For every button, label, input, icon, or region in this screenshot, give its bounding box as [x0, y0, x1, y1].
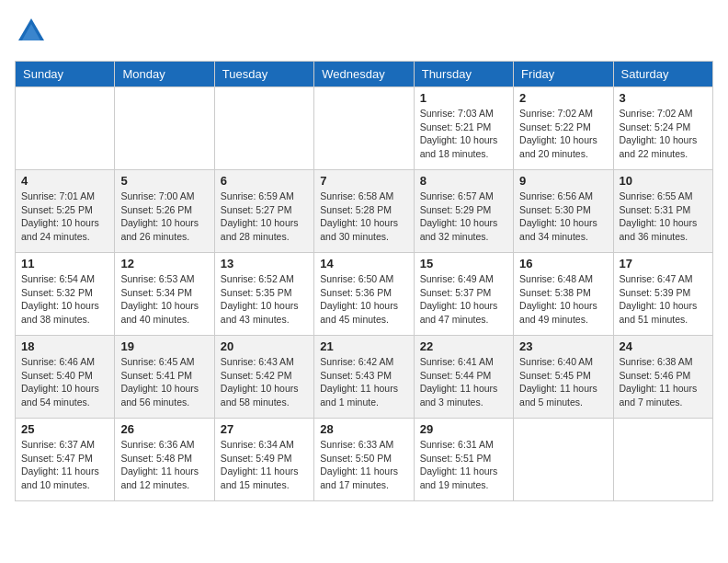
day-info: Sunrise: 6:42 AMSunset: 5:43 PMDaylight:…	[320, 355, 407, 409]
day-number: 2	[519, 91, 607, 105]
calendar-week-4: 18Sunrise: 6:46 AMSunset: 5:40 PMDayligh…	[16, 336, 713, 419]
day-number: 18	[21, 339, 108, 353]
calendar-cell	[214, 87, 313, 170]
calendar-cell: 10Sunrise: 6:55 AMSunset: 5:31 PMDayligh…	[613, 170, 712, 253]
day-number: 21	[320, 339, 407, 353]
day-number: 5	[120, 174, 208, 188]
calendar-week-5: 25Sunrise: 6:37 AMSunset: 5:47 PMDayligh…	[16, 419, 713, 501]
calendar-cell: 2Sunrise: 7:02 AMSunset: 5:22 PMDaylight…	[514, 87, 613, 170]
day-number: 3	[620, 91, 707, 105]
day-info: Sunrise: 6:40 AMSunset: 5:45 PMDaylight:…	[519, 355, 607, 409]
day-of-week-thursday: Thursday	[414, 62, 513, 87]
day-number: 4	[21, 174, 108, 188]
calendar-cell: 1Sunrise: 7:03 AMSunset: 5:21 PMDaylight…	[414, 87, 513, 170]
day-number: 15	[420, 257, 507, 270]
day-info: Sunrise: 6:31 AMSunset: 5:51 PMDaylight:…	[420, 438, 507, 492]
calendar-cell: 24Sunrise: 6:38 AMSunset: 5:46 PMDayligh…	[613, 336, 712, 419]
day-info: Sunrise: 7:01 AMSunset: 5:25 PMDaylight:…	[21, 190, 108, 244]
calendar-cell: 26Sunrise: 6:36 AMSunset: 5:48 PMDayligh…	[115, 419, 214, 501]
calendar-cell: 7Sunrise: 6:58 AMSunset: 5:28 PMDaylight…	[314, 170, 414, 253]
day-info: Sunrise: 6:33 AMSunset: 5:50 PMDaylight:…	[320, 438, 407, 492]
calendar-week-2: 4Sunrise: 7:01 AMSunset: 5:25 PMDaylight…	[16, 170, 713, 253]
day-number: 25	[21, 422, 108, 436]
calendar-cell: 3Sunrise: 7:02 AMSunset: 5:24 PMDaylight…	[613, 87, 712, 170]
day-number: 1	[420, 91, 507, 105]
day-number: 7	[320, 174, 407, 188]
day-number: 13	[221, 257, 308, 270]
calendar-cell: 16Sunrise: 6:48 AMSunset: 5:38 PMDayligh…	[514, 253, 613, 336]
day-number: 11	[21, 257, 108, 270]
day-number: 8	[420, 174, 507, 188]
calendar-cell: 17Sunrise: 6:47 AMSunset: 5:39 PMDayligh…	[613, 253, 712, 336]
calendar-cell	[514, 419, 613, 501]
day-info: Sunrise: 6:58 AMSunset: 5:28 PMDaylight:…	[320, 190, 407, 244]
day-info: Sunrise: 6:49 AMSunset: 5:37 PMDaylight:…	[420, 272, 507, 327]
day-info: Sunrise: 6:45 AMSunset: 5:41 PMDaylight:…	[120, 355, 208, 409]
calendar-cell: 22Sunrise: 6:41 AMSunset: 5:44 PMDayligh…	[414, 336, 513, 419]
day-number: 14	[320, 257, 407, 270]
day-number: 28	[320, 422, 407, 436]
day-info: Sunrise: 6:48 AMSunset: 5:38 PMDaylight:…	[519, 272, 607, 327]
day-number: 17	[620, 257, 707, 270]
day-info: Sunrise: 7:03 AMSunset: 5:21 PMDaylight:…	[420, 107, 507, 161]
day-info: Sunrise: 6:55 AMSunset: 5:31 PMDaylight:…	[620, 190, 707, 244]
day-number: 19	[120, 339, 208, 353]
day-number: 29	[420, 422, 507, 436]
calendar-cell: 18Sunrise: 6:46 AMSunset: 5:40 PMDayligh…	[16, 336, 115, 419]
calendar-week-3: 11Sunrise: 6:54 AMSunset: 5:32 PMDayligh…	[16, 253, 713, 336]
calendar-cell: 6Sunrise: 6:59 AMSunset: 5:27 PMDaylight…	[214, 170, 313, 253]
calendar-cell: 9Sunrise: 6:56 AMSunset: 5:30 PMDaylight…	[514, 170, 613, 253]
day-number: 12	[120, 257, 208, 270]
calendar-cell: 29Sunrise: 6:31 AMSunset: 5:51 PMDayligh…	[414, 419, 513, 501]
calendar-cell: 12Sunrise: 6:53 AMSunset: 5:34 PMDayligh…	[115, 253, 214, 336]
day-of-week-friday: Friday	[514, 62, 613, 87]
day-number: 6	[221, 174, 308, 188]
day-number: 16	[519, 257, 607, 270]
day-number: 26	[120, 422, 208, 436]
day-info: Sunrise: 6:57 AMSunset: 5:29 PMDaylight:…	[420, 190, 507, 244]
day-info: Sunrise: 6:52 AMSunset: 5:35 PMDaylight:…	[221, 272, 308, 327]
calendar-week-1: 1Sunrise: 7:03 AMSunset: 5:21 PMDaylight…	[16, 87, 713, 170]
day-info: Sunrise: 6:38 AMSunset: 5:46 PMDaylight:…	[620, 355, 707, 409]
day-of-week-wednesday: Wednesday	[314, 62, 414, 87]
calendar-body: 1Sunrise: 7:03 AMSunset: 5:21 PMDaylight…	[16, 87, 713, 501]
calendar-cell: 13Sunrise: 6:52 AMSunset: 5:35 PMDayligh…	[214, 253, 313, 336]
day-info: Sunrise: 6:50 AMSunset: 5:36 PMDaylight:…	[320, 272, 407, 327]
day-of-week-sunday: Sunday	[16, 62, 115, 87]
calendar-cell	[613, 419, 712, 501]
calendar-cell: 21Sunrise: 6:42 AMSunset: 5:43 PMDayligh…	[314, 336, 414, 419]
day-of-week-saturday: Saturday	[613, 62, 712, 87]
day-number: 24	[620, 339, 707, 353]
calendar-cell: 20Sunrise: 6:43 AMSunset: 5:42 PMDayligh…	[214, 336, 313, 419]
day-number: 27	[221, 422, 308, 436]
calendar: SundayMondayTuesdayWednesdayThursdayFrid…	[15, 61, 713, 501]
day-number: 20	[221, 339, 308, 353]
day-number: 9	[519, 174, 607, 188]
calendar-cell: 25Sunrise: 6:37 AMSunset: 5:47 PMDayligh…	[16, 419, 115, 501]
calendar-header-row: SundayMondayTuesdayWednesdayThursdayFrid…	[16, 62, 713, 87]
calendar-cell	[16, 87, 115, 170]
day-info: Sunrise: 6:34 AMSunset: 5:49 PMDaylight:…	[221, 438, 308, 492]
day-info: Sunrise: 7:00 AMSunset: 5:26 PMDaylight:…	[120, 190, 208, 244]
day-info: Sunrise: 6:53 AMSunset: 5:34 PMDaylight:…	[120, 272, 208, 327]
day-number: 23	[519, 339, 607, 353]
calendar-cell	[314, 87, 414, 170]
logo-icon	[15, 15, 48, 52]
day-info: Sunrise: 7:02 AMSunset: 5:24 PMDaylight:…	[620, 107, 707, 161]
calendar-cell: 4Sunrise: 7:01 AMSunset: 5:25 PMDaylight…	[16, 170, 115, 253]
day-info: Sunrise: 6:47 AMSunset: 5:39 PMDaylight:…	[620, 272, 707, 327]
day-info: Sunrise: 7:02 AMSunset: 5:22 PMDaylight:…	[519, 107, 607, 161]
day-info: Sunrise: 6:41 AMSunset: 5:44 PMDaylight:…	[420, 355, 507, 409]
day-of-week-monday: Monday	[115, 62, 214, 87]
day-info: Sunrise: 6:54 AMSunset: 5:32 PMDaylight:…	[21, 272, 108, 327]
calendar-cell: 23Sunrise: 6:40 AMSunset: 5:45 PMDayligh…	[514, 336, 613, 419]
calendar-cell: 14Sunrise: 6:50 AMSunset: 5:36 PMDayligh…	[314, 253, 414, 336]
calendar-cell: 5Sunrise: 7:00 AMSunset: 5:26 PMDaylight…	[115, 170, 214, 253]
day-of-week-tuesday: Tuesday	[214, 62, 313, 87]
calendar-cell: 15Sunrise: 6:49 AMSunset: 5:37 PMDayligh…	[414, 253, 513, 336]
calendar-cell: 8Sunrise: 6:57 AMSunset: 5:29 PMDaylight…	[414, 170, 513, 253]
day-info: Sunrise: 6:37 AMSunset: 5:47 PMDaylight:…	[21, 438, 108, 492]
logo	[15, 15, 51, 52]
calendar-cell: 11Sunrise: 6:54 AMSunset: 5:32 PMDayligh…	[16, 253, 115, 336]
day-info: Sunrise: 6:59 AMSunset: 5:27 PMDaylight:…	[221, 190, 308, 244]
